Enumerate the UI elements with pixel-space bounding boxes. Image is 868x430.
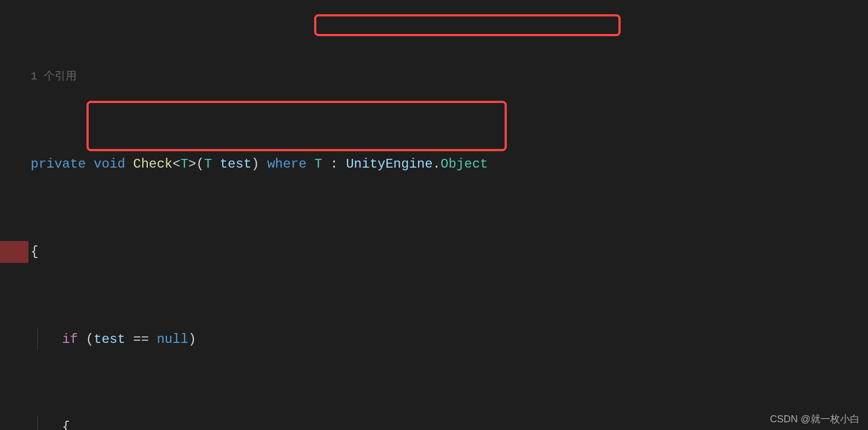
code-editor[interactable]: 1 个引用 private void Check<T>(T test) wher… [0,0,868,430]
keyword-void: void [94,157,125,171]
variable: test [94,332,125,347]
annotation-box-2 [86,101,507,151]
class-object: Object [441,157,488,171]
keyword-if: if [62,332,78,347]
keyword-private: private [31,157,86,171]
namespace: UnityEngine [346,157,432,171]
type-param: T [181,157,188,171]
keyword-where: where [267,157,306,171]
code-line[interactable]: { [0,241,868,263]
open-brace: { [62,420,70,430]
annotation-box-1 [314,14,621,36]
method-name: Check [133,157,172,171]
reference-hint: 1 个引用 [0,66,868,88]
watermark: CSDN @就一枚小白 [770,412,860,426]
keyword-null: null [157,332,188,347]
code-line[interactable]: private void Check<T>(T test) where T : … [0,153,868,175]
open-brace: { [31,244,38,259]
code-line[interactable]: { [0,416,868,430]
code-line[interactable]: if (test == null) [0,329,868,351]
param-name: test [220,157,252,171]
